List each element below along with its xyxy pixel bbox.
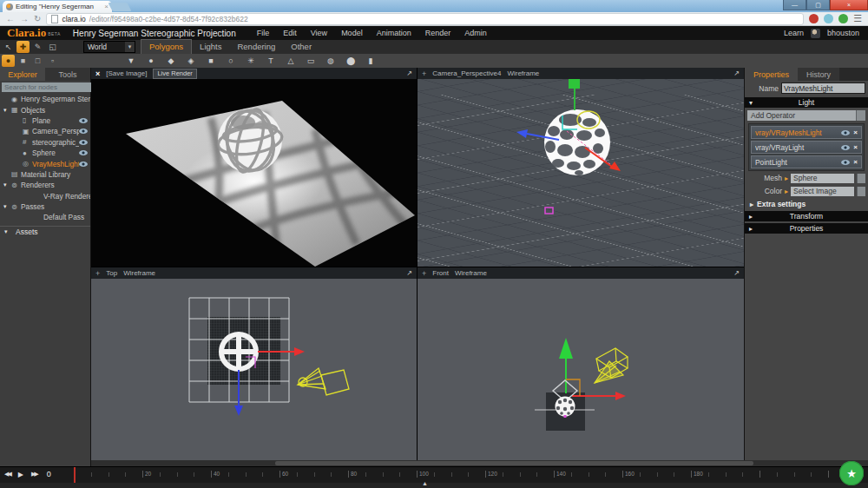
reload-icon[interactable]: ↻ [34, 15, 41, 23]
back-icon[interactable]: ← [6, 15, 15, 23]
tree-item[interactable]: V-Ray Renderer [0, 191, 90, 201]
remove-icon[interactable]: × [853, 129, 858, 136]
menu-item[interactable]: Model [341, 29, 363, 37]
remove-icon[interactable]: × [853, 143, 858, 151]
tree-item[interactable]: ▯ Plane [0, 115, 90, 126]
viewport-camera-label[interactable]: Camera_Perspective4 [432, 69, 501, 77]
close-icon[interactable]: × [95, 69, 100, 78]
properties-tab[interactable]: Properties [745, 68, 798, 81]
tree-item[interactable]: ▾ ⊚ Renderers [0, 180, 90, 190]
name-field[interactable] [781, 82, 865, 94]
expand-icon[interactable]: ↗ [406, 269, 412, 277]
tree-item[interactable]: ▾ ▦ Objects [0, 104, 90, 115]
live-render-button[interactable]: Live Render [153, 69, 196, 79]
timeline-scrollbar[interactable] [91, 460, 868, 466]
front-viewport[interactable]: + Front Wireframe ↗ [418, 267, 744, 460]
torus-primitive-icon[interactable]: ○ [227, 56, 235, 65]
menu-item[interactable]: Render [425, 29, 451, 37]
object-mode-icon[interactable]: ● [2, 55, 15, 67]
sidebar-tab[interactable]: Explorer [0, 68, 45, 81]
window-close-button[interactable]: × [830, 0, 868, 10]
render-canvas[interactable] [91, 79, 417, 267]
window-maximize-button[interactable]: ▢ [806, 0, 830, 10]
browser-menu-icon[interactable]: ☰ [853, 13, 862, 24]
disc-primitive-icon[interactable]: ⬤ [346, 56, 355, 65]
menu-item[interactable]: Edit [283, 29, 297, 37]
menu-item[interactable]: Admin [464, 29, 487, 37]
url-bar[interactable]: clara.io/editor/f95498a0-c2be-4d57-8d54-… [46, 13, 804, 25]
properties-section-header[interactable]: ▸ Properties [745, 223, 868, 234]
plane-primitive-icon[interactable]: ▭ [306, 56, 315, 65]
feedback-badge[interactable]: ★ [839, 461, 864, 485]
tree-item[interactable]: # stereographic_proje... [0, 137, 90, 148]
user-avatar[interactable] [811, 29, 820, 38]
tree-expand-arrow[interactable]: ▾ [3, 107, 11, 114]
menu-item[interactable]: File [257, 29, 270, 37]
gem-primitive-icon[interactable]: ◈ [187, 56, 195, 65]
light-sphere-top[interactable] [221, 334, 256, 369]
pyramid-primitive-icon[interactable]: △ [286, 56, 295, 65]
light-section-header[interactable]: ▾ Light [745, 97, 868, 108]
operator-item[interactable]: vray/VRayMeshLight × [751, 126, 862, 139]
properties-tab[interactable]: History [798, 68, 839, 81]
category-tab[interactable]: Lights [192, 40, 229, 54]
category-tab[interactable]: Polygons [141, 39, 192, 54]
viewport-add-icon[interactable]: + [422, 69, 426, 78]
edge-mode-icon[interactable]: □ [31, 55, 44, 67]
add-operator-dropdown[interactable]: Add Operator [747, 110, 865, 121]
transform-section-header[interactable]: ▸ Transform [745, 211, 868, 221]
top-canvas[interactable] [91, 279, 417, 460]
face-mode-icon[interactable]: ▫ [46, 55, 59, 67]
timeline-scrollbar-thumb[interactable] [275, 461, 753, 465]
visibility-eye-icon[interactable] [841, 145, 850, 150]
perspective-viewport[interactable]: + Camera_Perspective4 Wireframe ↗ [418, 68, 744, 267]
extra-settings-toggle[interactable]: ▸ Extra settings [745, 199, 868, 209]
gizmo-y-handle[interactable] [569, 79, 580, 89]
viewport-mode-label[interactable]: Wireframe [123, 269, 155, 277]
timeline[interactable]: ◀◀ ▶ ▶▶ 0 20406080100120140160180 [0, 466, 868, 483]
menu-item[interactable]: View [311, 29, 327, 37]
text-primitive-icon[interactable]: T [266, 56, 275, 65]
chevron-right-icon[interactable]: ▸ [785, 175, 788, 182]
viewport-camera-label[interactable]: Top [106, 269, 117, 277]
viewport-add-icon[interactable]: + [95, 269, 100, 278]
browser-tab[interactable]: Editing "Henry Segerman × [3, 1, 112, 12]
tree-item[interactable]: ◉ Henry Segerman Stereograp... [0, 94, 90, 104]
visibility-eye-icon[interactable] [79, 118, 88, 123]
extension-icon-red[interactable] [809, 14, 819, 23]
tree-item[interactable]: ▣ Camera_Perspective4 [0, 126, 90, 136]
light-sphere-front[interactable] [556, 397, 575, 417]
operator-item[interactable]: vray/VRayLight × [751, 141, 862, 154]
visibility-eye-icon[interactable] [79, 140, 88, 145]
viewport-camera-label[interactable]: Front [432, 269, 449, 277]
remove-icon[interactable]: × [853, 158, 858, 166]
polyhedron-primitive-icon[interactable]: ◍ [326, 56, 335, 65]
chevron-right-icon[interactable]: ▸ [745, 225, 757, 233]
blob-primitive-icon[interactable]: ✳ [247, 56, 255, 65]
expand-icon[interactable]: ↗ [733, 69, 740, 77]
visibility-eye-icon[interactable] [79, 150, 88, 155]
mesh-select-button[interactable] [857, 174, 865, 183]
category-tab[interactable]: Other [283, 40, 319, 54]
extension-icon-green[interactable] [838, 14, 848, 23]
new-tab-button[interactable] [108, 3, 131, 11]
tree-item[interactable]: Default Pass [0, 212, 90, 222]
move-tool-icon[interactable]: ✚ [16, 41, 30, 53]
viewport-add-icon[interactable]: + [422, 269, 426, 278]
top-viewport[interactable]: + Top Wireframe ↗ [91, 267, 417, 460]
clara-logo[interactable]: Clara.io [7, 26, 46, 40]
tree-item[interactable]: ▤ Material Library [0, 169, 90, 180]
tree-item[interactable]: ◎ VrayMeshLight [0, 158, 90, 168]
category-tab[interactable]: Rendering [229, 40, 283, 54]
capsule-primitive-icon[interactable]: ▮ [366, 56, 375, 65]
menu-item[interactable]: Animation [377, 29, 411, 37]
forward-icon[interactable]: → [20, 15, 29, 23]
perspective-canvas[interactable] [418, 79, 744, 267]
color-select-button[interactable] [857, 187, 865, 196]
scale-tool-icon[interactable]: ◱ [46, 41, 59, 53]
collapse-arrow-icon[interactable]: ▲ [422, 480, 428, 486]
extension-icon-teal[interactable] [824, 14, 833, 23]
visibility-eye-icon[interactable] [841, 130, 850, 135]
visibility-eye-icon[interactable] [841, 160, 850, 165]
viewport-mode-label[interactable]: Wireframe [507, 69, 539, 77]
